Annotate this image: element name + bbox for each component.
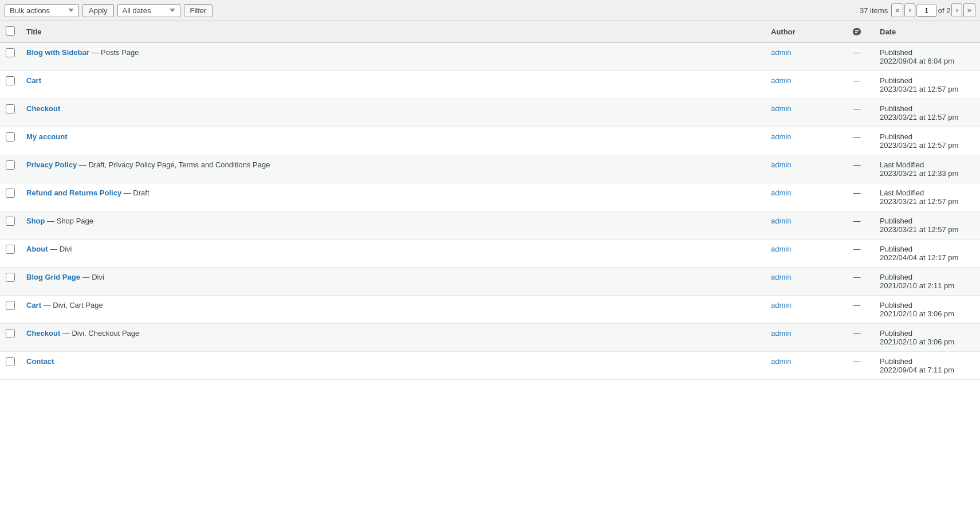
table-row: Cart admin — Published 2023/03/21 at 12:… bbox=[0, 71, 980, 99]
row-checkbox-cell bbox=[0, 71, 21, 99]
page-title-link[interactable]: Cart bbox=[26, 301, 41, 309]
apply-button[interactable]: Apply bbox=[82, 4, 114, 17]
dates-select[interactable]: All dates bbox=[117, 4, 180, 17]
date-value: 2023/03/21 at 12:57 pm bbox=[880, 197, 974, 206]
date-value: 2022/09/04 at 7:11 pm bbox=[880, 366, 974, 374]
page-title-link[interactable]: Contact bbox=[26, 357, 54, 366]
page-title-link[interactable]: Refund and Returns Policy bbox=[26, 189, 121, 197]
comment-dash: — bbox=[845, 76, 868, 85]
date-status: Last Modified bbox=[880, 189, 974, 197]
row-checkbox[interactable] bbox=[6, 48, 15, 57]
page-title-link[interactable]: Blog Grid Page bbox=[26, 273, 80, 281]
pagination: « ‹ of 2 › » bbox=[891, 3, 975, 17]
prev-page-button[interactable]: ‹ bbox=[904, 3, 915, 17]
table-body: Blog with Sidebar — Posts Page admin — P… bbox=[0, 43, 980, 380]
row-checkbox[interactable] bbox=[6, 273, 15, 282]
row-checkbox[interactable] bbox=[6, 217, 15, 226]
page-title-link[interactable]: Checkout bbox=[26, 329, 60, 338]
date-value: 2021/02/10 at 2:11 pm bbox=[880, 281, 974, 290]
row-checkbox[interactable] bbox=[6, 301, 15, 310]
row-checkbox-cell bbox=[0, 211, 21, 240]
bulk-actions-select[interactable]: Bulk actions bbox=[5, 4, 79, 17]
author-link[interactable]: admin bbox=[771, 273, 791, 281]
author-link[interactable]: admin bbox=[771, 104, 791, 113]
row-date-cell: Published 2023/03/21 at 12:57 pm bbox=[874, 211, 980, 240]
row-author-cell: admin bbox=[765, 183, 840, 211]
date-value: 2021/02/10 at 3:06 pm bbox=[880, 309, 974, 318]
row-checkbox[interactable] bbox=[6, 357, 15, 366]
row-checkbox[interactable] bbox=[6, 329, 15, 338]
page-title-link[interactable]: Blog with Sidebar bbox=[26, 48, 89, 57]
toolbar-right: 37 items « ‹ of 2 › » bbox=[860, 3, 975, 17]
page-title-link[interactable]: Shop bbox=[26, 217, 45, 225]
row-checkbox-cell bbox=[0, 183, 21, 211]
row-checkbox-cell bbox=[0, 155, 21, 183]
page-title-desc: — Draft, Privacy Policy Page, Terms and … bbox=[77, 160, 270, 169]
page-number-input[interactable] bbox=[916, 5, 937, 17]
row-title-cell: Contact bbox=[21, 352, 765, 380]
page-title-link[interactable]: My account bbox=[26, 132, 68, 141]
date-status: Last Modified bbox=[880, 160, 974, 169]
page-title-link[interactable]: Cart bbox=[26, 76, 41, 85]
date-sort-link[interactable]: Date bbox=[880, 28, 896, 36]
comment-dash: — bbox=[845, 160, 868, 169]
author-link[interactable]: admin bbox=[771, 160, 791, 169]
row-date-cell: Published 2021/02/10 at 3:06 pm bbox=[874, 324, 980, 352]
date-value: 2023/03/21 at 12:57 pm bbox=[880, 85, 974, 93]
row-checkbox[interactable] bbox=[6, 76, 15, 85]
author-link[interactable]: admin bbox=[771, 48, 791, 57]
row-comment-cell: — bbox=[840, 324, 874, 352]
row-checkbox[interactable] bbox=[6, 189, 15, 198]
row-date-cell: Published 2022/09/04 at 7:11 pm bbox=[874, 352, 980, 380]
row-checkbox-cell bbox=[0, 352, 21, 380]
date-value: 2023/03/21 at 12:57 pm bbox=[880, 113, 974, 121]
of-label: of 2 bbox=[938, 6, 951, 15]
comment-dash: — bbox=[845, 357, 868, 366]
row-checkbox[interactable] bbox=[6, 245, 15, 254]
table-row: Blog Grid Page — Divi admin — Published … bbox=[0, 268, 980, 296]
author-link[interactable]: admin bbox=[771, 245, 791, 253]
page-title-link[interactable]: About bbox=[26, 245, 48, 253]
title-sort-link[interactable]: Title bbox=[26, 28, 42, 36]
next-page-button[interactable]: › bbox=[951, 3, 962, 17]
row-author-cell: admin bbox=[765, 127, 840, 155]
select-all-header bbox=[0, 21, 21, 43]
author-column-header: Author bbox=[765, 21, 840, 43]
author-link[interactable]: admin bbox=[771, 132, 791, 141]
page-title-desc: — Posts Page bbox=[89, 48, 139, 57]
select-all-checkbox[interactable] bbox=[6, 26, 15, 36]
date-status: Published bbox=[880, 357, 974, 366]
author-link[interactable]: admin bbox=[771, 301, 791, 309]
page-title-link[interactable]: Privacy Policy bbox=[26, 160, 77, 169]
title-column-header: Title bbox=[21, 21, 765, 43]
page-title-desc: — Divi, Checkout Page bbox=[60, 329, 139, 338]
author-link[interactable]: admin bbox=[771, 329, 791, 338]
row-author-cell: admin bbox=[765, 268, 840, 296]
row-author-cell: admin bbox=[765, 71, 840, 99]
row-date-cell: Published 2021/02/10 at 2:11 pm bbox=[874, 268, 980, 296]
first-page-button[interactable]: « bbox=[891, 3, 903, 17]
row-title-cell: Checkout — Divi, Checkout Page bbox=[21, 324, 765, 352]
row-date-cell: Published 2022/04/04 at 12:17 pm bbox=[874, 240, 980, 268]
row-checkbox[interactable] bbox=[6, 160, 15, 170]
comment-dash: — bbox=[845, 132, 868, 141]
table-row: My account admin — Published 2023/03/21 … bbox=[0, 127, 980, 155]
row-comment-cell: — bbox=[840, 296, 874, 324]
row-checkbox[interactable] bbox=[6, 104, 15, 113]
author-link[interactable]: admin bbox=[771, 357, 791, 366]
author-link[interactable]: admin bbox=[771, 189, 791, 197]
author-link[interactable]: admin bbox=[771, 217, 791, 225]
last-page-button[interactable]: » bbox=[963, 3, 975, 17]
row-title-cell: Blog with Sidebar — Posts Page bbox=[21, 43, 765, 71]
author-link[interactable]: admin bbox=[771, 76, 791, 85]
comment-column-header bbox=[840, 21, 874, 43]
row-checkbox[interactable] bbox=[6, 132, 15, 142]
date-status: Published bbox=[880, 48, 974, 57]
comment-dash: — bbox=[845, 48, 868, 57]
row-comment-cell: — bbox=[840, 352, 874, 380]
table-row: Refund and Returns Policy — Draft admin … bbox=[0, 183, 980, 211]
row-checkbox-cell bbox=[0, 296, 21, 324]
filter-button[interactable]: Filter bbox=[184, 4, 213, 17]
row-author-cell: admin bbox=[765, 99, 840, 127]
page-title-link[interactable]: Checkout bbox=[26, 104, 60, 113]
